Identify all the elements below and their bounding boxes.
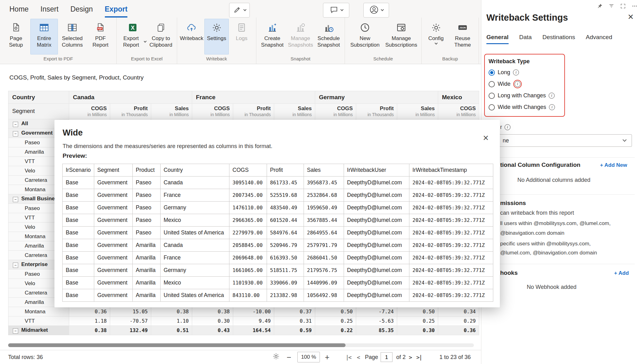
schedule-snapshot-icon — [322, 21, 336, 34]
preview-cell: Canada — [160, 177, 229, 189]
matrix-value-cell: 0.36 — [438, 326, 479, 335]
tab-export[interactable]: Export — [105, 5, 128, 18]
tab-design[interactable]: Design — [70, 5, 93, 18]
writeback-button[interactable]: Writeback — [179, 19, 204, 54]
preview-cell: DeepthyD@lumel.com — [344, 189, 409, 202]
matrix-value-cell: 0.38 — [69, 326, 110, 335]
copy-to-clipboard-button[interactable]: Copy to Clipboard — [147, 19, 175, 54]
dropdown-value: ne — [503, 137, 509, 144]
manage-subscriptions-button[interactable]: Manage Subscriptions — [383, 19, 419, 54]
info-icon[interactable]: i — [515, 81, 520, 87]
close-icon[interactable]: × — [483, 133, 489, 143]
radio-icon[interactable] — [489, 104, 495, 110]
radio-wide-with-changes[interactable]: Wide with Changes i — [489, 101, 561, 113]
info-icon[interactable]: i — [505, 124, 510, 130]
entire-matrix-button[interactable]: Entire Matrix — [30, 19, 58, 54]
preview-cell: 3567885.44 — [304, 214, 344, 227]
export-report-button[interactable]: X Export Report — [119, 19, 146, 54]
group-label: Backup — [423, 54, 477, 64]
close-icon[interactable]: × — [628, 12, 633, 22]
preview-cell: 2179576.75 — [304, 264, 344, 277]
collapse-icon[interactable]: − — [13, 328, 18, 334]
collapse-icon[interactable]: − — [13, 197, 18, 202]
tab-home[interactable]: Home — [9, 5, 28, 18]
add-webhook-link[interactable]: + Add — [614, 270, 629, 276]
radio-long-with-changes[interactable]: Long with Changes i — [489, 90, 561, 101]
zoom-out-button[interactable]: − — [287, 353, 291, 362]
preview-cell: Mexico — [160, 214, 229, 227]
matrix-country-row: CountryCanadaFranceGermanyMexico — [8, 91, 479, 104]
preview-cell: Base — [63, 177, 94, 189]
pdf-report-button[interactable]: PDF PDF Report — [87, 19, 114, 54]
comments-button[interactable] — [323, 3, 349, 18]
page-setup-button[interactable]: Page Setup — [2, 19, 30, 54]
first-page-button[interactable]: |< — [346, 354, 351, 361]
last-page-button[interactable]: >| — [416, 354, 422, 361]
info-icon[interactable]: i — [549, 93, 555, 99]
ribbon: Home Insert Design Export Page Setup — [0, 0, 481, 64]
account-button[interactable] — [363, 3, 389, 18]
next-page-button[interactable]: > — [409, 354, 412, 361]
manage-snapshots-icon — [294, 21, 307, 34]
matrix-country-header: Mexico — [438, 91, 479, 104]
matrix-value-cell: 0.38 — [192, 307, 233, 316]
pin-icon[interactable] — [596, 3, 603, 9]
radio-selected-icon[interactable] — [489, 69, 495, 76]
create-snapshot-button[interactable]: Create Snapshot — [259, 19, 286, 54]
collapse-icon[interactable]: − — [13, 122, 18, 127]
previous-page-button[interactable]: < — [357, 354, 360, 361]
matrix-row-label[interactable]: −Midmarket — [8, 326, 69, 335]
writeback-settings-button[interactable]: Settings — [204, 19, 229, 54]
preview-cell: Germany — [160, 264, 229, 277]
horizontal-scrollbar[interactable] — [8, 343, 474, 347]
radio-wide[interactable]: Wide i — [489, 78, 561, 90]
reuse-theme-button[interactable]: JSON Reuse Theme — [449, 19, 476, 54]
tab-general[interactable]: General — [486, 34, 509, 44]
clock-icon — [358, 21, 372, 34]
preview-cell: DeepthyD@lumel.com — [344, 177, 409, 189]
filter-icon[interactable] — [608, 3, 615, 9]
more-options-icon[interactable] — [631, 3, 638, 9]
preview-cell: Amarilla — [132, 239, 160, 252]
new-subscription-button[interactable]: New Subscription — [347, 19, 383, 54]
matrix-value-cell: 9.49 — [233, 316, 274, 326]
permission-option-1-line-1: ll users within @mobilitysys.com, @lumel… — [500, 220, 611, 227]
add-new-link[interactable]: + Add New — [600, 162, 627, 168]
matrix-value-cell: 0.25 — [315, 316, 356, 326]
schedule-snapshot-button[interactable]: Schedule Snapshot — [315, 19, 342, 54]
tab-insert[interactable]: Insert — [40, 5, 59, 18]
collapse-icon[interactable]: − — [13, 263, 18, 268]
focus-mode-icon[interactable] — [619, 3, 626, 9]
preview-column-header: IrWritebackUser — [344, 164, 409, 177]
tab-destinations[interactable]: Destinations — [542, 34, 575, 44]
edit-mode-button[interactable] — [229, 3, 250, 18]
tab-data[interactable]: Data — [519, 34, 532, 44]
selected-columns-button[interactable]: Selected Columns — [59, 19, 86, 54]
radio-icon[interactable] — [489, 81, 495, 87]
zoom-level[interactable]: 100 % — [297, 352, 320, 362]
matrix-title: COGS, Profit, Sales by Segment, Product,… — [0, 64, 481, 91]
preview-cell: Government — [94, 239, 132, 252]
collapse-icon[interactable]: − — [13, 131, 18, 136]
tab-advanced[interactable]: Advanced — [586, 34, 612, 44]
radio-icon[interactable] — [489, 93, 495, 99]
page-number-input[interactable] — [381, 352, 392, 362]
info-icon[interactable]: i — [549, 104, 555, 110]
radio-long[interactable]: Long i — [489, 67, 561, 78]
preview-cell: 616393.50 — [267, 252, 304, 264]
table-settings-gear-icon[interactable] — [272, 353, 280, 362]
preview-cell: 3956873.45 — [304, 177, 344, 189]
preview-cell: Base — [63, 252, 94, 264]
config-button[interactable]: Config — [424, 19, 448, 54]
matrix-row-label: VTT — [8, 316, 69, 326]
destination-dropdown[interactable]: ne — [492, 134, 632, 147]
group-label: Snapshot — [258, 54, 343, 64]
zoom-in-button[interactable]: + — [325, 353, 330, 362]
matrix-value-cell: 0.25 — [397, 316, 438, 326]
preview-cell: United States of America — [160, 227, 229, 239]
group-writeback: Writeback Settings Logs Writeback — [177, 18, 256, 64]
button-label: Settings — [207, 35, 226, 42]
info-icon[interactable]: i — [513, 69, 519, 75]
scrollbar-thumb[interactable] — [8, 343, 346, 347]
button-label: New Subscription — [348, 35, 382, 48]
